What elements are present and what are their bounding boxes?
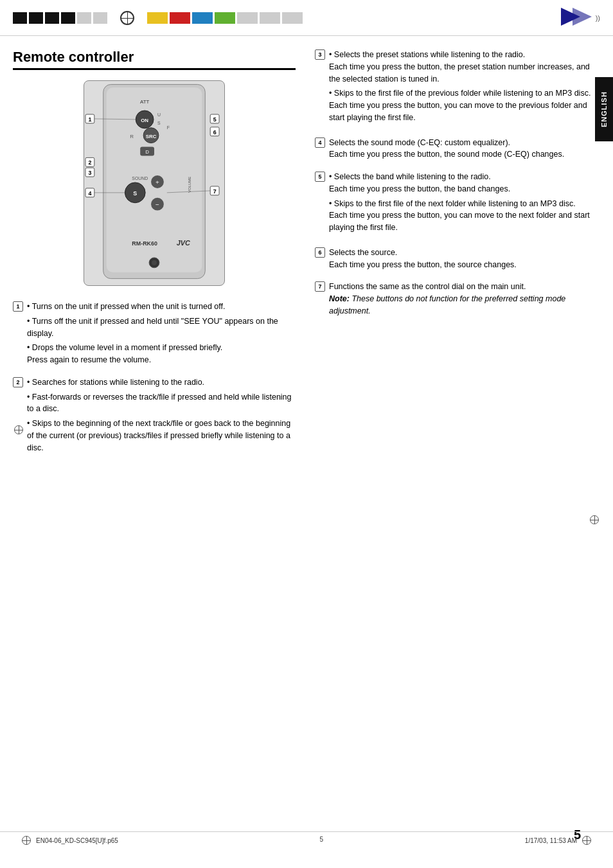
svg-marker-1	[573, 8, 592, 26]
instruction-text-2: Searches for stations while listening to…	[27, 376, 296, 457]
note-text: These buttons do not function for the pr…	[329, 294, 565, 315]
bar-block	[61, 12, 75, 24]
bar-right-blocks	[147, 12, 303, 24]
instr-1-bullet-3: Drops the volume level in a moment if pr…	[27, 342, 296, 366]
color-block-gray3	[282, 12, 303, 24]
main-content: Remote controller ATT ON U S	[0, 36, 613, 477]
instr-3-bullet-2: Skips to the first file of the previous …	[329, 87, 600, 123]
svg-text:1: 1	[88, 116, 91, 123]
svg-text:S: S	[157, 121, 161, 125]
svg-text:S: S	[133, 190, 137, 197]
instr-5-bullet-1: Selects the band while listening to the …	[329, 171, 600, 195]
instr-3-bullet-1: Selects the preset stations while listen…	[329, 49, 600, 85]
instr-2-bullet-3: Skips to the beginning of the next track…	[27, 418, 296, 454]
svg-text:7: 7	[213, 188, 217, 195]
footer-date: 1/17/03, 11:53 AM	[525, 837, 577, 844]
svg-text:JVC: JVC	[177, 239, 190, 247]
footer-right-area: 1/17/03, 11:53 AM	[525, 836, 594, 845]
bar-left-blocks	[13, 12, 107, 24]
remote-controller-image: ATT ON U S SRC R F	[84, 80, 225, 288]
svg-text:4: 4	[88, 190, 91, 197]
top-decorative-bar: ))	[0, 0, 613, 36]
instruction-item-7: 7 Functions the same as the control dial…	[315, 281, 600, 317]
footer-left-area: EN04-06_KD-SC945[U]f.p65	[19, 836, 118, 845]
bar-block	[13, 12, 27, 24]
bar-block	[29, 12, 43, 24]
svg-text:D: D	[145, 149, 149, 155]
right-margin-crosshair	[587, 514, 601, 524]
instr-1-bullet-2: Turns off the unit if pressed and held u…	[27, 315, 296, 340]
instruction-num-5: 5	[315, 172, 325, 182]
instruction-item-1: 1 Turns on the unit if pressed when the …	[13, 301, 296, 369]
instruction-item-6: 6 Selects the source.Each time you press…	[315, 247, 600, 271]
color-block-green	[215, 12, 235, 24]
instruction-num-4: 4	[315, 137, 325, 148]
instruction-text-6: Selects the source.Each time you press t…	[329, 247, 517, 271]
svg-text:3: 3	[88, 170, 91, 176]
instr-2-bullet-1: Searches for stations while listening to…	[27, 376, 296, 389]
svg-text:SRC: SRC	[146, 134, 157, 139]
svg-text:+: +	[155, 179, 159, 186]
bar-block	[77, 12, 91, 24]
instruction-text-4: Selects the sound mode (C-EQ: custom equ…	[329, 137, 564, 161]
instruction-text-5: Selects the band while listening to the …	[329, 171, 600, 236]
sound-wave-icon: ))	[596, 14, 600, 22]
instruction-text-3: Selects the preset stations while listen…	[329, 49, 600, 127]
svg-text:SOUND: SOUND	[132, 176, 148, 181]
color-block-gray2	[260, 12, 280, 24]
instr-1-bullet-1: Turns on the unit if pressed when the un…	[27, 301, 296, 313]
color-block-gray1	[237, 12, 258, 24]
svg-text:6: 6	[213, 129, 217, 136]
svg-text:−: −	[155, 201, 159, 208]
instruction-text-7: Functions the same as the control dial o…	[329, 281, 600, 317]
instruction-item-5: 5 Selects the band while listening to th…	[315, 171, 600, 236]
color-block-red	[170, 12, 190, 24]
instruction-item-4: 4 Selects the sound mode (C-EQ: custom e…	[315, 137, 600, 161]
right-column: 3 Selects the preset stations while list…	[308, 49, 600, 464]
instructions-left: 1 Turns on the unit if pressed when the …	[13, 301, 296, 456]
svg-text:RM-RK60: RM-RK60	[132, 240, 157, 247]
instruction-num-7: 7	[315, 281, 325, 292]
left-column: Remote controller ATT ON U S	[13, 49, 296, 464]
svg-point-26	[152, 260, 157, 265]
instruction-num-3: 3	[315, 49, 325, 60]
instruction-item-3: 3 Selects the preset stations while list…	[315, 49, 600, 127]
left-margin-crosshair	[12, 424, 26, 434]
note-label: Note:	[329, 294, 350, 303]
svg-text:ATT: ATT	[140, 99, 150, 105]
footer-crosshair-right	[582, 836, 591, 845]
instruction-num-6: 6	[315, 247, 325, 258]
bar-block	[45, 12, 59, 24]
svg-text:ON: ON	[141, 118, 148, 123]
english-language-label: ENGLISH	[595, 77, 613, 141]
color-block-yellow	[147, 12, 168, 24]
bar-block	[93, 12, 107, 24]
footer-filename: EN04-06_KD-SC945[U]f.p65	[36, 837, 118, 844]
svg-text:U: U	[157, 112, 161, 117]
instruction-num-2: 2	[13, 377, 23, 387]
footer: EN04-06_KD-SC945[U]f.p65 5 1/17/03, 11:5…	[0, 831, 613, 849]
instruction-text-1: Turns on the unit if pressed when the un…	[27, 301, 296, 369]
footer-crosshair-left	[22, 836, 31, 845]
svg-text:VOLUME: VOLUME	[188, 177, 191, 193]
footer-page-num: 5	[320, 836, 324, 845]
instr-5-bullet-2: Skips to the first file of the next fold…	[329, 198, 600, 234]
crosshair-icon	[120, 11, 134, 25]
svg-text:F: F	[167, 125, 170, 130]
svg-text:2: 2	[88, 159, 91, 166]
color-block-blue	[192, 12, 213, 24]
jvc-arrow-icon	[561, 5, 593, 30]
jvc-logo-area: ))	[561, 5, 600, 30]
instr-2-bullet-2: Fast-forwards or reverses the track/file…	[27, 391, 296, 416]
svg-text:R: R	[130, 134, 134, 139]
instruction-item-2: 2 Searches for stations while listening …	[13, 376, 296, 457]
section-title: Remote controller	[13, 49, 296, 70]
instruction-num-1: 1	[13, 301, 23, 312]
svg-text:5: 5	[213, 116, 217, 123]
